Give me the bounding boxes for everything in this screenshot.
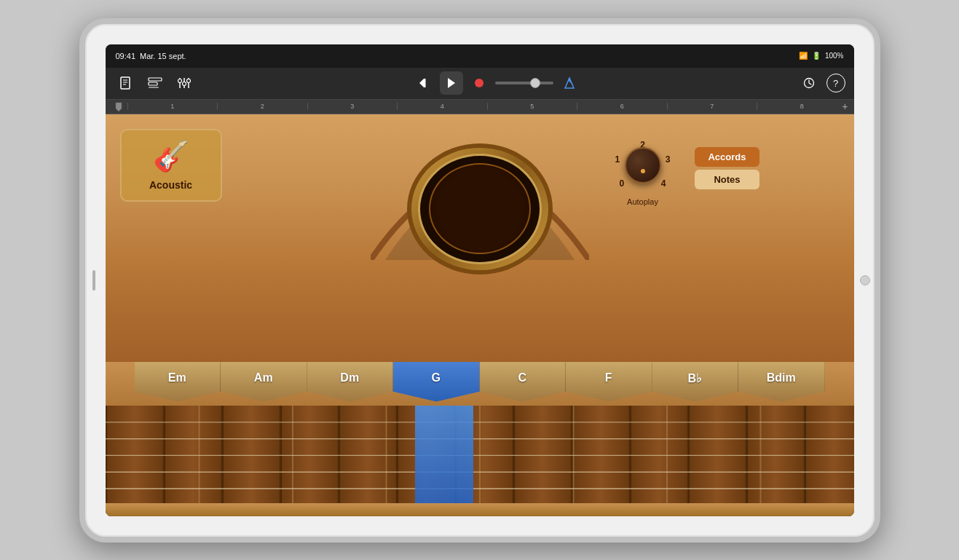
autoplay-section: 1 2 3 0 4 Autoplay <box>614 136 672 206</box>
mode-buttons: Accords Notes <box>695 147 759 189</box>
knob-dot <box>641 169 645 173</box>
volume-thumb <box>530 78 540 88</box>
sound-hole-ring <box>418 154 542 264</box>
ruler-mark: 4 <box>397 103 487 110</box>
svg-marker-18 <box>116 103 122 111</box>
autoplay-knob-container: 1 2 3 0 4 <box>614 136 672 194</box>
ruler-mark: 3 <box>307 103 398 110</box>
chord-buttons-container: Em Am Dm G C F B♭ Bdim <box>106 362 854 406</box>
notes-button[interactable]: Notes <box>695 170 759 189</box>
screen-content: 09:41 Mar. 15 sept. 📶 🔋 100% <box>106 44 854 516</box>
knob-num-4: 4 <box>661 178 666 189</box>
svg-rect-0 <box>121 77 130 89</box>
ruler: 1 2 3 4 5 6 7 8 + <box>106 100 854 114</box>
battery-level: 100% <box>825 52 844 60</box>
svg-point-13 <box>475 79 484 87</box>
svg-rect-2 <box>149 82 157 85</box>
ipad-screen: 09:41 Mar. 15 sept. 📶 🔋 100% <box>106 44 854 516</box>
instrument-label: Acoustic <box>149 179 192 191</box>
ruler-mark: 7 <box>667 103 757 110</box>
fretboard[interactable] <box>106 406 854 516</box>
chord-button-em[interactable]: Em <box>135 362 221 402</box>
status-date: Mar. 15 sept. <box>140 52 186 60</box>
chord-row-area: Em Am Dm G C F B♭ Bdim <box>106 362 854 406</box>
ipad-frame: 09:41 Mar. 15 sept. 📶 🔋 100% <box>79 18 880 543</box>
knob-num-3: 3 <box>666 154 671 165</box>
chord-button-g[interactable]: G <box>393 362 480 402</box>
ruler-mark: 8 <box>757 103 847 110</box>
side-button[interactable] <box>92 270 95 291</box>
home-button[interactable] <box>860 275 870 285</box>
record-button[interactable] <box>467 71 491 95</box>
sound-hole-inner <box>429 163 531 254</box>
ruler-mark: 5 <box>487 103 577 110</box>
knob-num-0: 0 <box>620 178 625 189</box>
metronome-button[interactable] <box>558 71 581 95</box>
status-time: 09:41 <box>116 52 136 60</box>
chord-button-c[interactable]: C <box>480 362 567 402</box>
svg-rect-3 <box>149 87 159 88</box>
sound-hole-outer <box>407 143 553 275</box>
accords-button[interactable]: Accords <box>695 147 759 167</box>
mixer-button[interactable] <box>173 71 196 95</box>
svg-point-9 <box>186 79 190 83</box>
svg-point-16 <box>568 79 570 82</box>
ruler-mark: 2 <box>217 103 307 110</box>
rewind-button[interactable] <box>412 71 435 95</box>
svg-point-8 <box>182 82 186 86</box>
status-right: 📶 🔋 100% <box>799 52 844 60</box>
svg-point-7 <box>178 79 181 83</box>
svg-marker-12 <box>448 78 455 88</box>
guitar-bottom-bar <box>106 503 854 516</box>
status-bar: 09:41 Mar. 15 sept. 📶 🔋 100% <box>106 44 854 68</box>
volume-slider[interactable] <box>495 82 553 84</box>
new-song-button[interactable] <box>114 71 138 95</box>
tempo-button[interactable] <box>797 71 821 95</box>
svg-rect-1 <box>149 78 162 81</box>
transport-controls <box>202 71 792 95</box>
guitar-main-area: 🎸 Acoustic 1 2 3 0 4 Autopla <box>106 114 854 362</box>
chord-button-f[interactable]: F <box>566 362 652 402</box>
add-track-button[interactable]: + <box>842 100 848 112</box>
knob-num-1: 1 <box>615 154 620 165</box>
battery-icon: 🔋 <box>812 52 821 60</box>
instrument-selector[interactable]: 🎸 Acoustic <box>120 129 222 202</box>
autoplay-label: Autoplay <box>627 197 658 206</box>
status-left: 09:41 Mar. 15 sept. <box>116 52 186 60</box>
wifi-icon: 📶 <box>799 52 808 60</box>
ruler-mark: 6 <box>577 103 667 110</box>
toolbar: ? <box>106 68 854 100</box>
fret-lines-svg <box>106 406 854 516</box>
guitar-icon: 🎸 <box>153 139 189 173</box>
chord-button-bb[interactable]: B♭ <box>652 362 739 402</box>
svg-marker-10 <box>419 79 424 87</box>
autoplay-knob[interactable] <box>625 147 661 184</box>
tracks-button[interactable] <box>143 71 167 95</box>
active-chord-column <box>415 406 473 516</box>
play-button[interactable] <box>440 71 463 95</box>
chord-button-am[interactable]: Am <box>221 362 307 402</box>
chord-button-bdim[interactable]: Bdim <box>738 362 825 402</box>
chord-button-dm[interactable]: Dm <box>307 362 394 402</box>
svg-rect-11 <box>424 79 426 87</box>
ruler-marks: 1 2 3 4 5 6 7 8 <box>127 103 847 110</box>
ruler-mark: 1 <box>127 103 218 110</box>
help-button[interactable]: ? <box>826 74 845 92</box>
sound-hole <box>400 136 560 282</box>
